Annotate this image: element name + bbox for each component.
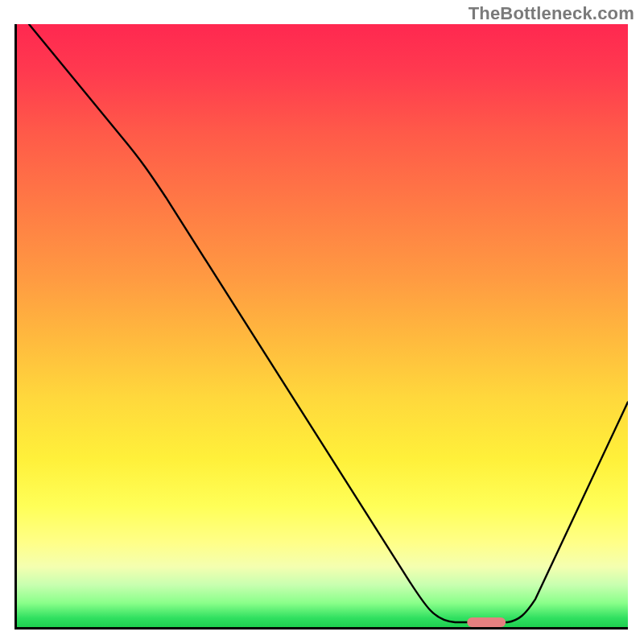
plot-area (14, 24, 628, 630)
watermark-text: TheBottleneck.com (469, 3, 634, 24)
bottleneck-gradient (17, 24, 628, 627)
chart-container: TheBottleneck.com (0, 0, 644, 644)
